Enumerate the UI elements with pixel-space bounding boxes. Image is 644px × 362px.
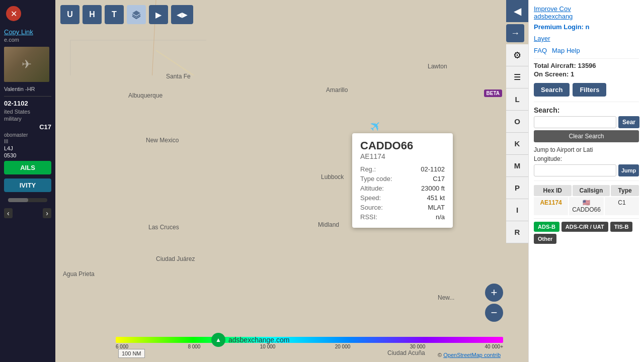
gear-button[interactable]: ⚙: [506, 44, 528, 66]
popup-source-label: Source:: [360, 204, 383, 211]
zoom-out[interactable]: −: [485, 304, 503, 322]
alt-label-5: 40 000+: [485, 344, 503, 349]
stats-button[interactable]: ☰: [506, 66, 528, 88]
on-screen-value: 1: [571, 70, 574, 78]
total-aircraft-stat: Total Aircraft: 13596: [534, 62, 639, 69]
map-help-link[interactable]: Map Help: [552, 47, 580, 54]
popup-callsign: CADDO66: [360, 139, 445, 152]
openstreetmap-link[interactable]: OpenStreetMap contrib: [443, 352, 501, 358]
search-go-button[interactable]: Sear: [618, 116, 639, 128]
popup-reg-label: Reg.:: [360, 165, 376, 173]
td-flag: 🇺🇸 CADDO66: [569, 197, 604, 215]
premium-login-link[interactable]: Premium Login: n: [534, 23, 639, 31]
popup-icao: AE1174: [360, 152, 445, 160]
aircraft-popup: CADDO66 AE1174 Reg.: 02-1102 Type code: …: [352, 133, 453, 228]
adsb-icon: ▲: [211, 333, 225, 347]
btn-forward[interactable]: ▶: [149, 5, 168, 24]
side-nav-collapse[interactable]: ◀: [506, 0, 528, 22]
left-sidebar: ✕ Copy Link e.com Valentin -HR 02-1102 i…: [0, 0, 55, 362]
tails-button[interactable]: AILS: [4, 161, 51, 174]
aircraft-military: military: [0, 115, 55, 122]
alt-label-4: 30 000: [410, 344, 426, 349]
btn-u[interactable]: U: [60, 5, 79, 24]
zoom-buttons: + −: [485, 284, 503, 322]
alt-label-3: 20 000: [335, 344, 351, 349]
activity-button[interactable]: IVITY: [4, 178, 51, 192]
faq-link[interactable]: FAQ: [534, 47, 547, 54]
popup-rssi-value: n/a: [436, 213, 445, 221]
panel-nav: FAQ Map Help: [534, 47, 639, 54]
btn-t[interactable]: T: [105, 5, 124, 24]
on-screen-label: On Screen:: [534, 70, 569, 78]
scale-indicator: 100 NM: [118, 349, 145, 358]
jump-label: Jump to Airport or Lati: [534, 146, 639, 153]
adsb-logo: ▲ adsbexchange.com: [211, 333, 289, 347]
popup-type-label: Type code:: [360, 175, 392, 183]
ads-b-button[interactable]: ADS-B: [534, 222, 559, 232]
total-aircraft-value: 13596: [578, 62, 596, 69]
improve-coverage-link[interactable]: Improve Cov: [534, 5, 639, 13]
map-area[interactable]: Santa Fe Albuquerque New Mexico Amarillo…: [55, 0, 528, 362]
map-background: [55, 0, 528, 362]
attribution-text: ©: [438, 352, 443, 358]
filters-button[interactable]: Filters: [573, 83, 606, 97]
jump-button[interactable]: Jump: [618, 164, 639, 176]
layer-link[interactable]: Layer: [534, 35, 550, 42]
search-row: Sear: [534, 116, 639, 128]
side-nav-o[interactable]: O: [506, 111, 528, 133]
search-section: Search: Sear Clear Search: [534, 106, 639, 142]
td-type: C1: [605, 197, 639, 215]
site-url: e.com: [0, 37, 55, 45]
copy-link[interactable]: Copy Link: [0, 27, 55, 37]
popup-type-value: C17: [433, 175, 445, 183]
table-row[interactable]: AE1174 🇺🇸 CADDO66 C1: [534, 197, 639, 215]
search-input[interactable]: [534, 116, 616, 128]
btn-h[interactable]: H: [83, 5, 102, 24]
login-button[interactable]: →: [506, 24, 524, 42]
other-button[interactable]: Other: [534, 234, 556, 244]
table-header: Hex ID Callsign Type: [534, 185, 639, 196]
popup-speed-label: Speed:: [360, 194, 381, 202]
aircraft-reg: 02-1102: [0, 99, 55, 108]
premium-link-text: Premium Login: n: [534, 23, 590, 31]
side-nav-k[interactable]: K: [506, 133, 528, 155]
bottom-buttons: ADS-B ADS-C/R / UAT TIS-B Other: [534, 222, 639, 244]
popup-source-value: MLAT: [428, 204, 445, 211]
altitude-gradient: [116, 337, 503, 343]
aircraft-type-sub: III: [0, 138, 55, 145]
jump-input[interactable]: [534, 164, 616, 176]
tis-b-button[interactable]: TIS-B: [610, 222, 633, 232]
ads-cr-uat-button[interactable]: ADS-C/R / UAT: [561, 222, 608, 232]
side-nav-i[interactable]: I: [506, 199, 528, 221]
adsb-exchange-link[interactable]: adsbexchang: [534, 13, 639, 20]
map-top-buttons: U H T ▶ ◀▶: [60, 5, 193, 24]
zoom-in[interactable]: +: [485, 284, 503, 302]
right-panel: Improve Cov adsbexchang Premium Login: n…: [528, 0, 644, 362]
side-nav: ◀ → ⚙ ☰ L O K M P I R: [506, 0, 528, 243]
clear-search-button[interactable]: Clear Search: [534, 130, 639, 142]
close-button[interactable]: ✕: [6, 6, 21, 21]
popup-alt-label: Altitude:: [360, 185, 384, 192]
aircraft-type-full: obomaster: [0, 132, 55, 138]
search-label: Search:: [534, 106, 639, 114]
side-nav-m[interactable]: M: [506, 155, 528, 177]
side-nav-r[interactable]: R: [506, 221, 528, 243]
next-arrow[interactable]: ›: [43, 208, 51, 218]
jump-section: Jump to Airport or Lati Longitude: Jump: [534, 146, 639, 176]
aircraft-code1: L4J: [0, 145, 55, 152]
prev-arrow[interactable]: ‹: [4, 208, 13, 218]
th-hex-id: Hex ID: [534, 185, 572, 196]
popup-reg-value: 02-1102: [421, 165, 445, 173]
side-nav-l[interactable]: L: [506, 88, 528, 111]
btn-dbl-arrow[interactable]: ◀▶: [171, 5, 193, 24]
altitude-scale: 6 000 8 000 10 000 20 000 30 000 40 000+: [116, 337, 503, 347]
aircraft-thumbnail: [4, 47, 49, 82]
side-nav-p[interactable]: P: [506, 177, 528, 199]
popup-rssi-label: RSSI:: [360, 213, 377, 221]
table-section: Hex ID Callsign Type AE1174 🇺🇸 CADDO66 C…: [534, 185, 639, 215]
jump-row: Jump: [534, 164, 639, 176]
attribution: © OpenStreetMap contrib: [438, 352, 501, 358]
th-type: Type: [611, 185, 639, 196]
btn-layers[interactable]: [127, 5, 146, 24]
search-button[interactable]: Search: [534, 83, 570, 97]
